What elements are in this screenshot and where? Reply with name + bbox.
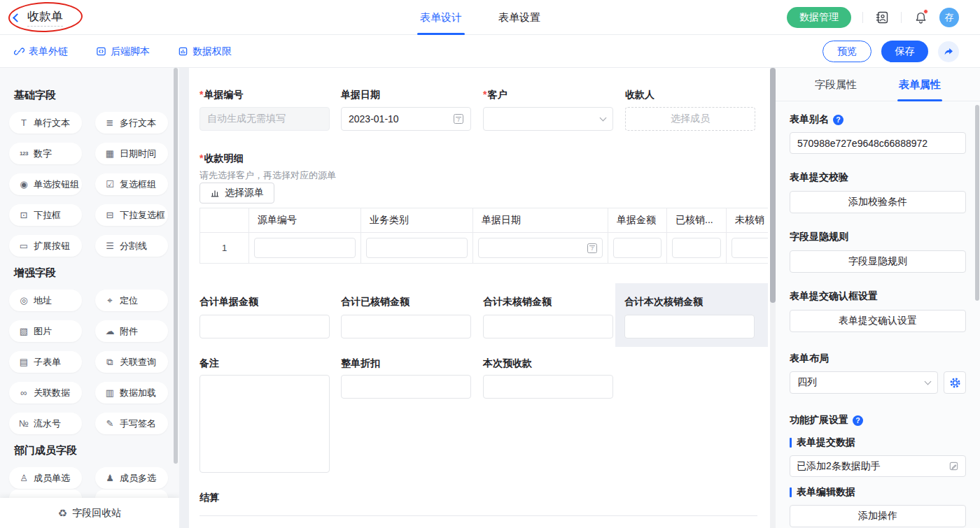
field-item-member-single[interactable]: ♙成员单选 <box>9 467 82 489</box>
form-external-link[interactable]: 表单外链 <box>14 45 68 58</box>
title-area: 收款单 <box>14 0 63 35</box>
bill-date-input[interactable]: 2023-01-10 <box>341 107 471 131</box>
properties-panel: 字段属性 表单属性 表单别名 570988e727e9648c66888972 … <box>776 68 980 528</box>
table-cell-input[interactable] <box>672 238 721 258</box>
avatar[interactable]: 存 <box>939 8 959 27</box>
field-item-single-text[interactable]: T单行文本 <box>9 112 82 134</box>
field-customer[interactable]: *客户 <box>483 89 613 131</box>
table-cell <box>608 233 667 264</box>
select-source-button[interactable]: 选择源单 <box>200 183 274 204</box>
table-header-cell: 已核销... <box>667 208 727 233</box>
back-button[interactable] <box>13 13 22 22</box>
remark-textarea[interactable] <box>200 375 330 473</box>
submit-data-box[interactable]: 已添加2条数据助手 <box>790 455 966 477</box>
field-label: 单据日期 <box>341 89 471 101</box>
panel-group-button[interactable]: 添加校验条件 <box>790 191 966 213</box>
data-permission-link[interactable]: 数据权限 <box>178 45 232 58</box>
panel-group-button[interactable]: 字段显隐规则 <box>790 250 966 273</box>
sidebar-scrollbar[interactable] <box>174 68 178 464</box>
edit-icon[interactable] <box>948 461 959 471</box>
field-recycle-bin[interactable]: ♻ 字段回收站 <box>0 498 179 528</box>
form-toolbar: 表单外链 后端脚本 数据权限 预览 保存 <box>0 35 980 68</box>
field-item-dropdown-multi[interactable]: ⊟下拉复选框 <box>95 204 168 226</box>
bill-number-input[interactable]: 自动生成无需填写 <box>200 107 330 131</box>
preview-button[interactable]: 预览 <box>822 41 872 62</box>
field-item-member-multi[interactable]: ♟成员多选 <box>95 467 168 489</box>
tab-form-properties[interactable]: 表单属性 <box>897 68 942 101</box>
field-item-radio-group[interactable]: ◉单选按钮组 <box>9 173 82 195</box>
data-manage-button[interactable]: 数据管理 <box>787 7 851 28</box>
field-item-signature[interactable]: ✎手写签名 <box>95 413 168 434</box>
contacts-icon[interactable] <box>874 10 890 25</box>
field-item-image[interactable]: ▧图片 <box>9 320 82 342</box>
field-item-number[interactable]: 123数字 <box>9 143 82 164</box>
field-payee[interactable]: 收款人 选择成员 <box>625 89 755 131</box>
table-cell-input[interactable] <box>613 238 662 258</box>
field-item-label: 复选框组 <box>120 178 156 191</box>
page-title[interactable]: 收款单 <box>27 8 63 27</box>
field-item-data-load[interactable]: ▥数据加载 <box>95 382 168 404</box>
gear-icon <box>949 377 961 389</box>
total-field[interactable]: 合计已核销金额 <box>341 296 471 338</box>
field-item-multi-text[interactable]: ≣多行文本 <box>95 112 168 134</box>
panel-group-label: 表单提交确认框设置 <box>790 290 966 303</box>
backend-script-link[interactable]: 后端脚本 <box>96 45 150 58</box>
share-icon[interactable] <box>938 41 959 62</box>
field-item-datetime[interactable]: ▦日期时间 <box>95 143 168 164</box>
date-value: 2023-01-10 <box>349 113 399 124</box>
total-input[interactable] <box>624 315 755 338</box>
prepay-input[interactable] <box>483 375 613 399</box>
field-item-location[interactable]: ⌖定位 <box>95 290 168 311</box>
layout-settings-button[interactable] <box>944 371 966 394</box>
table-header-cell: 单据金额 <box>608 208 667 233</box>
total-input[interactable] <box>200 315 330 338</box>
field-item-subform[interactable]: ▤子表单 <box>9 351 82 373</box>
help-icon[interactable] <box>833 115 844 125</box>
total-field[interactable]: 合计单据金额 <box>200 296 330 338</box>
table-cell-input[interactable] <box>478 238 603 258</box>
field-item-linked-query[interactable]: ⧉关联查询 <box>95 351 168 373</box>
total-input[interactable] <box>483 315 613 338</box>
checkbox-group-icon: ☑ <box>104 180 115 189</box>
field-item-label: 多行文本 <box>120 117 156 129</box>
toolbar-actions: 预览 保存 <box>822 35 959 68</box>
field-bill-date[interactable]: 单据日期 2023-01-10 <box>341 89 471 131</box>
form-alias-input[interactable]: 570988e727e9648c66888972 <box>790 132 966 154</box>
field-item-label: 下拉复选框 <box>120 209 165 222</box>
canvas-scrollbar-thumb[interactable] <box>770 68 776 303</box>
tab-field-properties[interactable]: 字段属性 <box>813 68 858 101</box>
field-item-attachment[interactable]: ☁附件 <box>95 320 168 342</box>
save-button[interactable]: 保存 <box>881 41 928 62</box>
field-bill-number[interactable]: *单据编号 自动生成无需填写 <box>200 89 330 131</box>
field-item-dropdown[interactable]: ⊡下拉框 <box>9 204 82 226</box>
table-cell <box>667 233 727 264</box>
table-cell-input[interactable] <box>732 238 768 258</box>
panel-group-button[interactable]: 表单提交确认设置 <box>790 310 966 332</box>
field-item-extend-button[interactable]: ▭扩展按钮 <box>9 235 82 257</box>
member-picker[interactable]: 选择成员 <box>625 107 755 131</box>
field-item-address[interactable]: ◎地址 <box>9 290 82 311</box>
layout-select[interactable]: 四列 <box>790 371 938 394</box>
page-scrollbar-thumb[interactable] <box>975 105 979 301</box>
total-field[interactable]: 合计未核销金额 <box>483 296 613 338</box>
notification-bell-icon[interactable] <box>913 10 928 25</box>
settle-label: 结算 <box>200 492 219 504</box>
table-cell-input[interactable] <box>366 238 468 258</box>
field-item-linked-data[interactable]: ∞关联数据 <box>9 382 82 404</box>
table-cell-input[interactable] <box>254 238 356 258</box>
add-operation-button[interactable]: 添加操作 <box>790 505 966 527</box>
required-asterisk: * <box>200 89 203 100</box>
customer-select[interactable] <box>483 107 613 131</box>
total-input[interactable] <box>341 315 471 338</box>
field-item-divider-line[interactable]: ☰分割线 <box>95 235 168 257</box>
discount-input[interactable] <box>341 375 471 399</box>
field-item-serial-number[interactable]: №流水号 <box>9 413 82 434</box>
tab-form-settings[interactable]: 表单设置 <box>496 0 543 35</box>
tab-form-design[interactable]: 表单设计 <box>417 0 465 35</box>
field-item-label: 流水号 <box>34 418 61 430</box>
field-item-label: 扩展按钮 <box>34 240 70 252</box>
total-field[interactable]: 合计本次核销金额 <box>624 296 755 338</box>
help-icon[interactable] <box>853 415 863 426</box>
dropdown-icon: ⊡ <box>18 211 29 220</box>
field-item-checkbox-group[interactable]: ☑复选框组 <box>95 173 168 195</box>
